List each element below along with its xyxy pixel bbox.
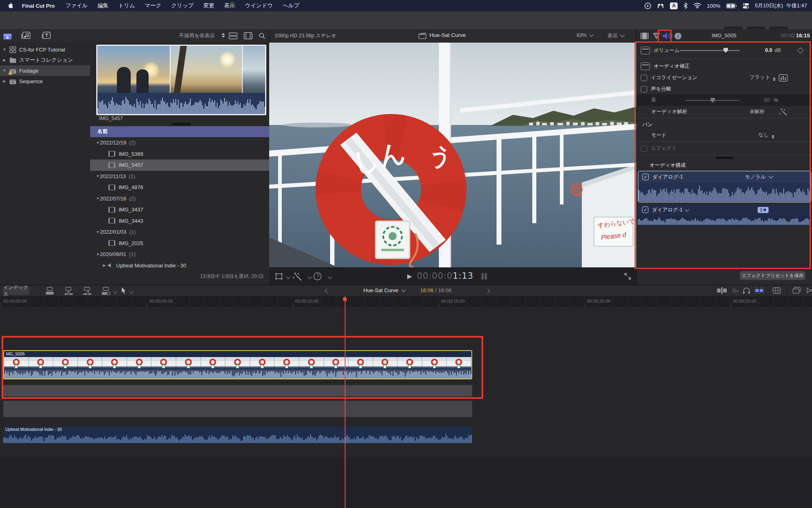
audio-meters-toggle-icon[interactable]	[481, 272, 488, 280]
menu-bar-time[interactable]: 午後1:47	[786, 2, 807, 9]
gap-clip[interactable]	[3, 401, 472, 417]
viewer-title[interactable]: Hue-Sat Curve	[430, 32, 466, 38]
disclosure-triangle-icon[interactable]: ▼	[96, 141, 100, 145]
list-item-IMG_4876[interactable]: IMG_4876	[90, 182, 269, 193]
overwrite-edit-icon[interactable]	[102, 287, 110, 295]
clip-preview-filmstrip[interactable]	[96, 45, 266, 115]
audio-inspector-icon[interactable]	[662, 32, 672, 40]
timeline-ruler[interactable]: 00:00:00:0000:00:05:0000:00:10:0000:00:1…	[0, 296, 812, 308]
hide-rejected-filter[interactable]: 不採用を非表示	[179, 32, 215, 39]
browser-splitter-handle[interactable]	[172, 123, 191, 125]
disclosure-triangle-icon[interactable]: ▶	[102, 263, 106, 267]
color-inspector-icon[interactable]	[652, 32, 661, 39]
list-item-IMG_2025[interactable]: IMG_2025	[90, 238, 269, 249]
component-checkbox[interactable]: ✓	[642, 207, 648, 213]
equalization-checkbox[interactable]	[641, 75, 647, 81]
crop-transform-icon[interactable]	[275, 273, 283, 280]
sidebar-item-sequence[interactable]: ▶ Sequence	[0, 76, 90, 86]
enhance-menu-chevron-icon[interactable]	[307, 274, 312, 279]
airpods-icon[interactable]	[657, 3, 664, 9]
menu-bar-date[interactable]: 5月10日(水)	[755, 2, 783, 9]
disclosure-triangle-icon[interactable]: ▼	[2, 69, 6, 73]
sidebar-item-footage[interactable]: ▼ Footage	[0, 65, 90, 76]
inspector-splitter-handle[interactable]	[716, 157, 734, 159]
keyframe-diamond-icon[interactable]	[797, 47, 804, 54]
filmstrip-view-icon[interactable]	[244, 32, 253, 39]
wifi-icon[interactable]	[693, 3, 701, 9]
next-project-chevron-icon[interactable]	[485, 288, 490, 293]
volume-slider-thumb[interactable]	[723, 48, 728, 53]
trim-icon[interactable]	[717, 287, 727, 294]
volume-value[interactable]: 0.0	[758, 47, 772, 53]
snapping-icon[interactable]	[773, 287, 781, 294]
crop-menu-chevron-icon[interactable]	[286, 274, 290, 279]
pan-mode-value[interactable]: なし	[758, 131, 775, 139]
channel-format-menu[interactable]: モノラル	[745, 174, 773, 181]
photos-audio-tab-icon[interactable]	[21, 32, 30, 40]
menu-item-1[interactable]: 編集	[93, 2, 113, 9]
bowtie-icon[interactable]	[806, 287, 812, 294]
voice-isolation-checkbox[interactable]	[641, 86, 647, 93]
titles-generators-tab-icon[interactable]	[41, 32, 51, 40]
list-item-2020/09/01[interactable]: ▼2020/09/01(1)	[90, 249, 269, 260]
disclosure-triangle-icon[interactable]: ▼	[96, 230, 100, 234]
menu-item-5[interactable]: 変更	[199, 2, 219, 9]
menu-item-2[interactable]: トリム	[113, 2, 140, 9]
timeline-project-title[interactable]: Hue-Sat Curve	[363, 287, 406, 293]
list-item-2022/11/13[interactable]: ▼2022/11/13(1)	[90, 171, 269, 182]
insert-edit-icon[interactable]	[64, 287, 73, 295]
play-button[interactable]: ▶	[407, 273, 412, 280]
list-item-Upbeat Motivational Indie - 30[interactable]: ▶Upbeat Motivational Indie - 30	[90, 260, 269, 271]
viewer-view-menu[interactable]: 表示	[607, 32, 625, 39]
input-source-badge[interactable]: A	[670, 2, 678, 9]
list-item-2022/07/16[interactable]: ▼2022/07/16(2)	[90, 193, 269, 204]
disclosure-triangle-icon[interactable]: ▼	[2, 47, 6, 52]
search-icon[interactable]	[259, 32, 266, 39]
name-column-header[interactable]: 名前	[90, 126, 269, 137]
apple-icon[interactable]	[6, 2, 16, 9]
disclosure-triangle-icon[interactable]: ▶	[2, 58, 6, 62]
screen-record-icon[interactable]	[644, 2, 651, 9]
clapperboard-tab-icon[interactable]	[3, 32, 12, 40]
volume-slider[interactable]	[680, 50, 740, 51]
retime-icon[interactable]	[313, 272, 322, 281]
video-inspector-icon[interactable]	[640, 32, 649, 39]
list-item-IMG_3437[interactable]: IMG_3437	[90, 204, 269, 215]
tools-pointer-icon[interactable]	[121, 287, 127, 294]
list-item-IMG_3443[interactable]: IMG_3443	[90, 215, 269, 227]
filter-updown-icon[interactable]	[222, 33, 225, 38]
control-center-icon[interactable]	[743, 3, 749, 9]
clip-appearance-icon[interactable]	[229, 32, 238, 39]
fullscreen-icon[interactable]	[624, 273, 631, 280]
equalization-value[interactable]: フラット	[749, 74, 776, 82]
list-item-IMG_5369[interactable]: IMG_5369	[90, 149, 269, 160]
audio-component-dialogue-1-channel[interactable]: ✓ ダイアログ-1 1	[638, 204, 811, 226]
connect-edit-icon[interactable]	[45, 287, 54, 295]
save-effects-preset-button[interactable]: エフェクトプリセットを保存	[740, 271, 806, 280]
timeline-clip-img-5005[interactable]: MG_5005	[3, 350, 472, 379]
animation-toggle-icon[interactable]	[641, 47, 650, 54]
audio-component-dialogue-1[interactable]: ✓ ダイアログ-1 モノラル	[638, 171, 811, 202]
sidebar-item-smart-collections[interactable]: ▶ スマートコレクション	[0, 55, 90, 65]
previous-project-chevron-icon[interactable]	[325, 288, 329, 293]
timeline-music-clip[interactable]: Upbeat Motivational Indie - 30	[3, 427, 472, 443]
menu-item-4[interactable]: クリップ	[166, 2, 199, 9]
skimming-icon[interactable]	[754, 287, 764, 294]
solo-headphones-icon[interactable]	[743, 287, 750, 294]
menu-item-3[interactable]: マーク	[140, 2, 166, 9]
enhance-wand-icon[interactable]	[293, 272, 302, 281]
clip-stack-icon[interactable]	[793, 287, 801, 294]
viewer-zoom-control[interactable]: 83%	[577, 32, 594, 38]
disclosure-triangle-icon[interactable]: ▼	[96, 252, 100, 256]
menu-item-0[interactable]: ファイル	[60, 2, 93, 9]
menu-item-8[interactable]: ヘルプ	[278, 2, 304, 9]
eq-editor-icon[interactable]	[779, 74, 788, 82]
sidebar-item-library[interactable]: ▼ CS-for FCP Tutorial	[0, 44, 90, 55]
index-button[interactable]: インデックス	[3, 286, 29, 295]
disclosure-triangle-icon[interactable]: ▼	[96, 196, 100, 200]
list-item-IMG_5457[interactable]: IMG_5457	[90, 159, 269, 171]
animation-toggle-icon[interactable]	[641, 62, 650, 70]
storyline-bar[interactable]	[3, 385, 472, 396]
channel-badge[interactable]: 1	[758, 207, 769, 213]
auto-enhance-wand-icon[interactable]	[780, 108, 788, 116]
